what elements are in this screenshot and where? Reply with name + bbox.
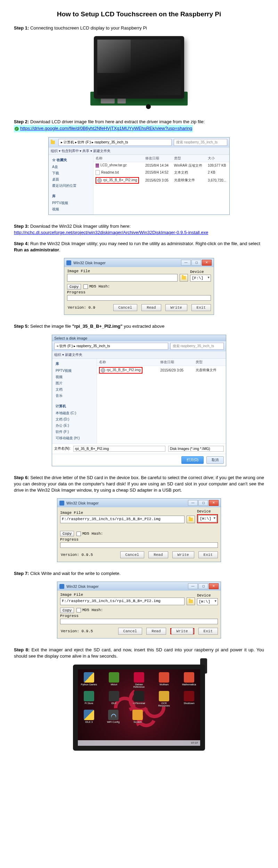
desktop-icon-mathematica[interactable]: Mathematica: [181, 672, 197, 688]
sidebar-item[interactable]: 音乐: [54, 393, 95, 399]
desktop-icon-idle[interactable]: IDLE: [106, 691, 122, 707]
cancel-button[interactable]: Cancel: [118, 628, 142, 635]
maximize-button[interactable]: ◻: [198, 583, 208, 589]
version-label: Version: 0.9.5: [60, 629, 93, 633]
maximize-button[interactable]: ◻: [191, 260, 201, 266]
filetype-select[interactable]: Disk Images (*.img *.IMG): [168, 446, 224, 452]
desktop-icon-shutdown[interactable]: Shutdown: [181, 691, 197, 707]
write-button[interactable]: Write: [171, 628, 193, 635]
sidebar-item[interactable]: PPTV视频: [54, 368, 95, 374]
sidebar-item[interactable]: 桌面: [50, 176, 92, 183]
copy-button[interactable]: Copy: [67, 284, 81, 290]
read-button[interactable]: Read: [146, 628, 166, 635]
sidebar-item[interactable]: 文档: [54, 386, 95, 393]
sidebar-item[interactable]: 软件 (F:): [54, 429, 95, 435]
sidebar-item[interactable]: 办公 (E:): [54, 423, 95, 429]
copy-button[interactable]: Copy: [60, 608, 74, 613]
close-button[interactable]: ✕: [202, 260, 212, 266]
device-select[interactable]: [H:\]: [197, 598, 218, 605]
file-row[interactable]: rpi_35_B_B+_PI2.img 2015/6/29 3:05 光盘映像文…: [97, 366, 226, 375]
exit-button[interactable]: Exit: [191, 304, 211, 311]
desktop-icon-idle3[interactable]: IDLE 3: [81, 710, 97, 723]
folder-icon: [51, 141, 55, 144]
browse-button[interactable]: [187, 516, 195, 523]
app-icon: [66, 260, 71, 265]
file-row[interactable]: Readme.txt 2015/8/4 14:52 文本文档 2 KB: [93, 169, 229, 176]
explorer-toolbar[interactable]: 组织 ▾ 包含到库中 ▾ 共享 ▾ 新建文件夹: [49, 147, 229, 155]
minimize-button[interactable]: —: [188, 583, 198, 589]
search-input[interactable]: 搜索 raspberry_35_inch_ts: [174, 139, 227, 146]
device-select[interactable]: [H:\]: [198, 515, 217, 522]
md5-checkbox[interactable]: [83, 284, 88, 289]
win32diskimager-link[interactable]: http://nchc.dl.sourceforge.net/project/w…: [14, 230, 208, 235]
desktop-icon-wolfram[interactable]: Wolfram: [156, 672, 172, 688]
address-bar[interactable]: ▸ 计算机 ▸ 软件 (F:) ▸ raspberry_35_inch_ts: [58, 139, 172, 146]
write-button[interactable]: Write: [172, 551, 194, 558]
folder-icon: [182, 276, 186, 279]
explorer-toolbar[interactable]: 组织 ▾ 新建文件夹: [52, 351, 226, 359]
md5-checkbox[interactable]: [76, 608, 81, 612]
file-row[interactable]: LCD_show.tar.gz 2015/8/4 14:34 WinRAR 压缩…: [93, 162, 229, 169]
explorer-sidebar[interactable]: ☆ 收藏夹 A盘 下载 桌面 最近访问的位置 库 PPTV视频 视频: [49, 155, 93, 215]
col-date[interactable]: 修改日期: [158, 359, 194, 366]
col-size[interactable]: 大小: [206, 155, 229, 162]
image-file-input[interactable]: F:/raspberry_35_inch_ts/rpi_35_B_B+_PI2.…: [60, 598, 185, 605]
close-button[interactable]: ✕: [209, 583, 219, 589]
image-file-input[interactable]: F:/raspberry_35_inch_ts/rpi_35_B_B+_PI2.…: [60, 516, 185, 523]
desktop-icon-pi-store[interactable]: Pi Store: [81, 691, 97, 707]
write-button[interactable]: Write: [165, 304, 187, 311]
desktop-icon-scratch[interactable]: Scratch: [129, 710, 146, 723]
close-button[interactable]: ✕: [209, 500, 219, 506]
image-file-input[interactable]: [67, 274, 178, 282]
desktop-icon-midori[interactable]: Midori: [106, 672, 122, 688]
read-button[interactable]: Read: [141, 304, 161, 311]
device-label: Device: [197, 593, 218, 598]
minimize-button[interactable]: —: [188, 500, 198, 506]
cancel-button[interactable]: Cancel: [120, 551, 145, 558]
search-input[interactable]: 搜索 raspberry_35_inch_ts: [170, 343, 224, 350]
sidebar-item[interactable]: 可移动磁盘 (H:): [54, 435, 95, 441]
col-name[interactable]: 名称: [97, 359, 158, 366]
desktop-icon-python-games[interactable]: Python Games: [81, 672, 97, 688]
col-date[interactable]: 修改日期: [143, 155, 172, 162]
read-button[interactable]: Read: [148, 551, 168, 558]
folder-icon: [189, 600, 193, 603]
device-select[interactable]: [F:\]: [190, 275, 211, 282]
cancel-button[interactable]: Cancel: [113, 304, 138, 311]
maximize-button[interactable]: ◻: [198, 500, 208, 506]
browse-button[interactable]: [187, 598, 195, 605]
col-name[interactable]: 名称: [93, 155, 143, 162]
step-3-text: Download the Win32 Disk Imager utility f…: [29, 224, 131, 229]
win32-disk-imager-b: Win32 Disk Imager — ◻ ✕ Image File F:/ra…: [57, 498, 221, 562]
exit-button[interactable]: Exit: [198, 551, 218, 558]
file-row[interactable]: rpi_35_B_B+_PI2.img 2015/6/29 3:05 光盘映像文…: [93, 176, 229, 185]
browse-button[interactable]: [180, 274, 188, 282]
cancel-button[interactable]: 取消: [206, 456, 224, 464]
sidebar-item[interactable]: 文档 (D:): [54, 416, 95, 423]
desktop-icon-lxterminal[interactable]: LXTerminal: [131, 691, 147, 707]
sidebar-item[interactable]: A盘: [50, 164, 92, 170]
sidebar-item[interactable]: 视频: [50, 206, 92, 212]
filename-input[interactable]: rpi_35_B_B+_PI2.img: [73, 446, 165, 452]
taskbar[interactable]: 07:37: [78, 740, 200, 746]
sidebar-item[interactable]: PPTV视频: [50, 200, 92, 206]
desktop-icon-ocr-resources[interactable]: OCR Resources: [156, 691, 172, 707]
desktop-icon-wifi-config[interactable]: WiFi Config: [105, 710, 122, 723]
sidebar-item[interactable]: 最近访问的位置: [50, 183, 92, 189]
win32-disk-imager-c: Win32 Disk Imager — ◻ ✕ Image File F:/ra…: [57, 582, 221, 639]
sidebar-item[interactable]: 图片: [54, 380, 95, 386]
copy-button[interactable]: Copy: [60, 531, 74, 536]
explorer-sidebar[interactable]: 库 PPTV视频 视频 图片 文档 音乐 计算机 本地磁盘 (C:) 文档 (D…: [52, 359, 97, 443]
drive-link[interactable]: https://drive.google.com/file/d/0B6yht2N…: [20, 126, 192, 131]
sidebar-item[interactable]: 下载: [50, 170, 92, 176]
address-bar[interactable]: « 软件 (F:) ▸ raspberry_35_inch_ts: [54, 343, 168, 350]
col-type[interactable]: 类型: [172, 155, 206, 162]
sidebar-item[interactable]: 视频: [54, 374, 95, 380]
md5-checkbox[interactable]: [76, 532, 81, 536]
sidebar-item[interactable]: 本地磁盘 (C:): [54, 410, 95, 416]
col-type[interactable]: 类型: [194, 359, 226, 366]
desktop-icon-debian-reference[interactable]: Debian Reference: [131, 672, 147, 688]
minimize-button[interactable]: —: [181, 260, 191, 266]
open-button[interactable]: 打开(O): [181, 456, 204, 464]
exit-button[interactable]: Exit: [198, 628, 218, 635]
